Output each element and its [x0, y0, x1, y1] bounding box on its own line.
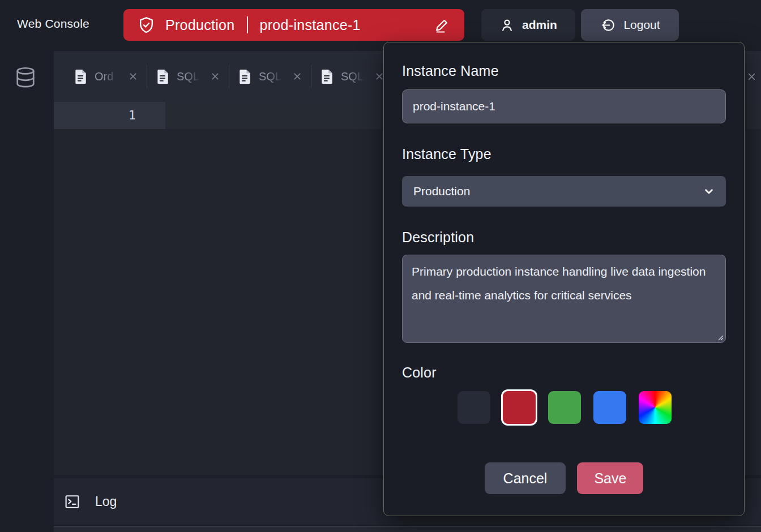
- file-icon: [74, 69, 87, 84]
- tab-4-close-icon[interactable]: [375, 72, 384, 81]
- description-field-wrap: Primary production instance handling liv…: [402, 255, 726, 343]
- database-nav-icon[interactable]: [15, 66, 36, 91]
- log-panel-title: Log: [95, 494, 117, 509]
- tab-3-label: SQL: [259, 70, 285, 83]
- tab-1-close-icon[interactable]: [129, 72, 138, 81]
- logout-button[interactable]: Logout: [581, 9, 679, 41]
- line-number: 1: [54, 102, 165, 129]
- web-console-app: Web Console Production prod-instance-1 a…: [0, 0, 761, 532]
- chevron-down-icon: [703, 186, 715, 197]
- logout-label: Logout: [623, 18, 660, 32]
- instance-type-value: Production: [413, 185, 470, 198]
- dialog-actions: Cancel Save: [402, 462, 726, 494]
- bottom-panel-edge: [54, 526, 761, 532]
- description-label: Description: [402, 229, 726, 246]
- app-title: Web Console: [17, 17, 89, 31]
- user-icon: [499, 18, 515, 33]
- instance-type-select[interactable]: Production: [402, 176, 726, 207]
- color-label: Color: [402, 364, 726, 381]
- tab-1[interactable]: Ord: [65, 51, 147, 102]
- instance-type-badge-label: Production: [165, 17, 235, 33]
- file-icon: [156, 69, 169, 84]
- tabbar-close-icon[interactable]: [747, 72, 756, 81]
- user-chip[interactable]: admin: [481, 9, 575, 41]
- tab-3[interactable]: SQL: [229, 51, 311, 102]
- tab-2-close-icon[interactable]: [211, 72, 220, 81]
- description-textarea[interactable]: Primary production instance handling liv…: [402, 255, 726, 343]
- color-swatch-default[interactable]: [458, 391, 490, 424]
- instance-name-label: Instance Name: [402, 63, 726, 79]
- color-swatch-row: [458, 391, 726, 424]
- cancel-button[interactable]: Cancel: [485, 462, 566, 494]
- color-swatch-red[interactable]: [503, 391, 536, 424]
- user-name: admin: [522, 18, 557, 32]
- tab-2-label: SQL: [177, 70, 203, 83]
- save-button[interactable]: Save: [577, 462, 643, 494]
- tab-1-label: Ord: [95, 70, 121, 83]
- instance-type-label: Instance Type: [402, 146, 726, 162]
- shield-check-icon: [137, 16, 156, 35]
- resize-handle-icon[interactable]: [716, 333, 724, 341]
- file-icon: [238, 69, 251, 84]
- instance-name-input[interactable]: [402, 89, 726, 123]
- color-swatch-blue[interactable]: [593, 391, 626, 424]
- instance-badge[interactable]: Production prod-instance-1: [123, 9, 464, 41]
- edit-pencil-icon[interactable]: [434, 16, 451, 33]
- terminal-icon: [64, 494, 80, 510]
- badge-divider: [247, 16, 248, 33]
- tab-4-label: SQL: [341, 70, 367, 83]
- color-swatch-green[interactable]: [548, 391, 581, 424]
- instance-settings-dialog: Instance Name Instance Type Production D…: [383, 42, 745, 516]
- tab-4[interactable]: SQL: [311, 51, 393, 102]
- tab-2[interactable]: SQL: [147, 51, 229, 102]
- file-icon: [320, 69, 333, 84]
- instance-name-badge-label: prod-instance-1: [260, 17, 361, 33]
- logout-icon: [600, 17, 616, 33]
- color-swatch-rainbow[interactable]: [639, 391, 672, 424]
- tab-3-close-icon[interactable]: [293, 72, 302, 81]
